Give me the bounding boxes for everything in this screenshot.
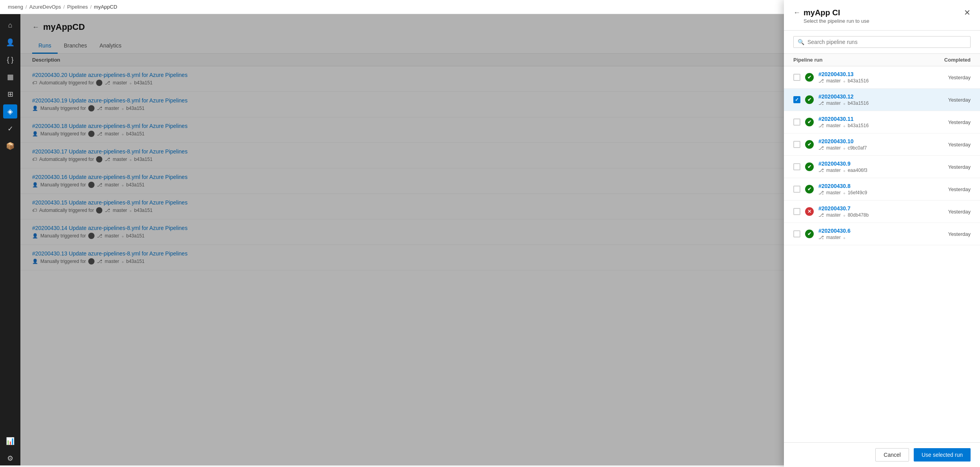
- panel-col-run: Pipeline run: [793, 57, 931, 63]
- run-status-icon: ✔: [805, 230, 814, 238]
- panel-title: myApp CI: [804, 8, 840, 17]
- breadcrumb-mseng[interactable]: mseng: [8, 4, 23, 10]
- panel-run-item[interactable]: ✔ #20200430.10 ⎇ master ⬦ c9bc0af7 Yeste…: [784, 133, 980, 156]
- commit-icon: ⬦: [843, 146, 845, 150]
- run-meta: ⎇ master ⬦ eaa406f3: [818, 168, 927, 173]
- run-meta: ⎇ master ⬦ b43a1516: [818, 123, 927, 128]
- run-name: #20200430.10: [818, 138, 927, 144]
- panel-close-button[interactable]: ✕: [964, 8, 971, 17]
- run-commit: eaa406f3: [848, 168, 867, 173]
- run-status-icon: ✔: [805, 95, 814, 104]
- run-name: #20200430.9: [818, 161, 927, 167]
- panel-run-item[interactable]: ✔ #20200430.12 ⎇ master ⬦ b43a1516 Yeste…: [784, 89, 980, 111]
- breadcrumb-current[interactable]: myAppCD: [94, 4, 117, 10]
- branch-icon: ⎇: [818, 235, 824, 240]
- run-checkbox[interactable]: [793, 230, 800, 237]
- run-branch: master: [826, 168, 841, 173]
- run-checkbox[interactable]: [793, 186, 800, 193]
- run-completed: Yesterday: [931, 164, 971, 170]
- run-info: #20200430.13 ⎇ master ⬦ b43a1516: [818, 71, 927, 84]
- panel-run-item[interactable]: ✕ #20200430.7 ⎇ master ⬦ 80db478b Yester…: [784, 201, 980, 223]
- run-name: #20200430.8: [818, 183, 927, 189]
- commit-icon: ⬦: [843, 191, 845, 195]
- repo-icon[interactable]: ⊞: [3, 87, 17, 101]
- run-checkbox[interactable]: [793, 74, 800, 81]
- commit-icon: ⬦: [843, 101, 845, 106]
- run-completed: Yesterday: [931, 119, 971, 125]
- commit-icon: ⬦: [843, 168, 845, 173]
- search-input[interactable]: [807, 39, 966, 45]
- run-info: #20200430.6 ⎇ master ⬦: [818, 228, 927, 240]
- panel-back-button[interactable]: ←: [793, 9, 800, 17]
- panel-run-item[interactable]: ✔ #20200430.6 ⎇ master ⬦ Yesterday: [784, 223, 980, 245]
- board-icon[interactable]: ▦: [3, 70, 17, 84]
- run-meta: ⎇ master ⬦ b43a1516: [818, 100, 927, 106]
- breadcrumb-pipelines[interactable]: Pipelines: [67, 4, 88, 10]
- branch-icon: ⎇: [818, 212, 824, 218]
- run-checkbox[interactable]: [793, 163, 800, 170]
- run-commit: b43a1516: [848, 100, 869, 106]
- run-checkbox[interactable]: [793, 119, 800, 126]
- search-icon: 🔍: [798, 39, 804, 45]
- run-status-icon: ✕: [805, 207, 814, 216]
- run-status-icon: ✔: [805, 73, 814, 82]
- run-name: #20200430.7: [818, 205, 927, 212]
- user-icon[interactable]: 👤: [3, 35, 17, 49]
- panel-search: 🔍: [784, 31, 980, 54]
- run-checkbox[interactable]: [793, 141, 800, 148]
- run-completed: Yesterday: [931, 186, 971, 192]
- run-branch: master: [826, 123, 841, 128]
- run-status-icon: ✔: [805, 140, 814, 149]
- code-icon[interactable]: { }: [3, 53, 17, 67]
- run-branch: master: [826, 235, 841, 240]
- run-completed: Yesterday: [931, 231, 971, 237]
- run-meta: ⎇ master ⬦: [818, 235, 927, 240]
- run-info: #20200430.8 ⎇ master ⬦ 16ef49c9: [818, 183, 927, 195]
- panel: ← myApp CI ✕ Select the pipeline run to …: [784, 0, 980, 465]
- panel-footer: Cancel Use selected run: [784, 442, 980, 465]
- branch-icon: ⎇: [818, 145, 824, 151]
- run-status-icon: ✔: [805, 118, 814, 126]
- panel-run-item[interactable]: ✔ #20200430.8 ⎇ master ⬦ 16ef49c9 Yester…: [784, 178, 980, 201]
- run-status-icon: ✔: [805, 162, 814, 171]
- panel-col-completed: Completed: [931, 57, 971, 63]
- run-checkbox[interactable]: [793, 96, 800, 103]
- run-info: #20200430.10 ⎇ master ⬦ c9bc0af7: [818, 138, 927, 151]
- run-commit: b43a1516: [848, 123, 869, 128]
- run-meta: ⎇ master ⬦ c9bc0af7: [818, 145, 927, 151]
- panel-run-item[interactable]: ✔ #20200430.13 ⎇ master ⬦ b43a1516 Yeste…: [784, 66, 980, 89]
- panel-run-item[interactable]: ✔ #20200430.9 ⎇ master ⬦ eaa406f3 Yester…: [784, 156, 980, 178]
- settings-icon[interactable]: ⚙: [3, 451, 17, 465]
- pipeline-icon[interactable]: ◈: [3, 104, 17, 119]
- panel-run-item[interactable]: ✔ #20200430.11 ⎇ master ⬦ b43a1516 Yeste…: [784, 111, 980, 133]
- branch-icon: ⎇: [818, 190, 824, 195]
- run-info: #20200430.11 ⎇ master ⬦ b43a1516: [818, 116, 927, 128]
- run-commit: b43a1516: [848, 78, 869, 84]
- panel-subtitle: Select the pipeline run to use: [804, 18, 971, 24]
- home-icon[interactable]: ⌂: [3, 18, 17, 32]
- commit-icon: ⬦: [843, 235, 845, 240]
- commit-icon: ⬦: [843, 79, 845, 83]
- run-completed: Yesterday: [931, 97, 971, 103]
- use-selected-run-button[interactable]: Use selected run: [914, 448, 971, 462]
- run-checkbox[interactable]: [793, 208, 800, 215]
- artifact-icon[interactable]: 📦: [3, 139, 17, 153]
- run-branch: master: [826, 212, 841, 218]
- panel-run-list: ✔ #20200430.13 ⎇ master ⬦ b43a1516 Yeste…: [784, 66, 980, 442]
- run-info: #20200430.12 ⎇ master ⬦ b43a1516: [818, 93, 927, 106]
- run-completed: Yesterday: [931, 142, 971, 148]
- run-meta: ⎇ master ⬦ 80db478b: [818, 212, 927, 218]
- run-status-icon: ✔: [805, 185, 814, 193]
- run-name: #20200430.11: [818, 116, 927, 122]
- chart-icon[interactable]: 📊: [3, 434, 17, 448]
- commit-icon: ⬦: [843, 124, 845, 128]
- panel-table-header: Pipeline run Completed: [784, 54, 980, 66]
- run-branch: master: [826, 190, 841, 195]
- run-completed: Yesterday: [931, 209, 971, 215]
- run-meta: ⎇ master ⬦ b43a1516: [818, 78, 927, 84]
- sidebar: ⌂ 👤 { } ▦ ⊞ ◈ ✓ 📦 📊 ⚙: [0, 14, 20, 465]
- test-icon[interactable]: ✓: [3, 122, 17, 136]
- cancel-button[interactable]: Cancel: [875, 448, 909, 462]
- breadcrumb-azuredevops[interactable]: AzureDevOps: [29, 4, 61, 10]
- run-meta: ⎇ master ⬦ 16ef49c9: [818, 190, 927, 195]
